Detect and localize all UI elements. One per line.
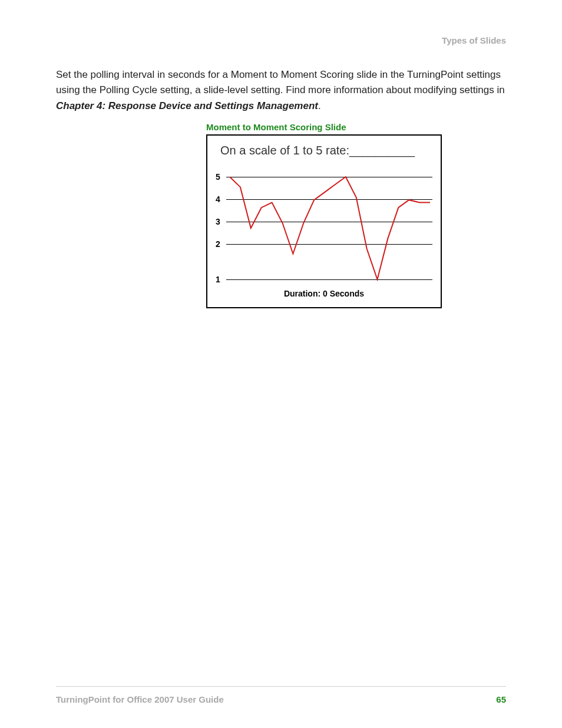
paragraph-emphasis: Chapter 4: Response Device and Settings … (56, 100, 318, 111)
line-chart-svg (224, 170, 436, 288)
document-page: Types of Slides Set the polling interval… (0, 0, 562, 728)
section-header: Types of Slides (442, 35, 506, 45)
y-tick-5: 5 (216, 172, 220, 182)
figure-title: On a scale of 1 to 5 rate:__________ (220, 144, 428, 157)
paragraph-text-post: . (318, 100, 321, 111)
body-paragraph: Set the polling interval in seconds for … (56, 67, 506, 114)
figure-container: On a scale of 1 to 5 rate:__________ 5 4… (206, 134, 442, 308)
duration-label: Duration: 0 Seconds (207, 289, 441, 298)
y-tick-1: 1 (216, 275, 220, 284)
y-tick-2: 2 (216, 239, 220, 249)
chart-line (230, 177, 430, 279)
footer-page-number: 65 (496, 694, 506, 704)
y-tick-4: 4 (216, 195, 220, 204)
y-tick-3: 3 (216, 217, 220, 226)
footer-rule (56, 686, 506, 687)
footer-doc-title: TurningPoint for Office 2007 User Guide (56, 694, 224, 704)
figure-caption: Moment to Moment Scoring Slide (206, 122, 346, 132)
paragraph-text-pre: Set the polling interval in seconds for … (56, 69, 505, 95)
